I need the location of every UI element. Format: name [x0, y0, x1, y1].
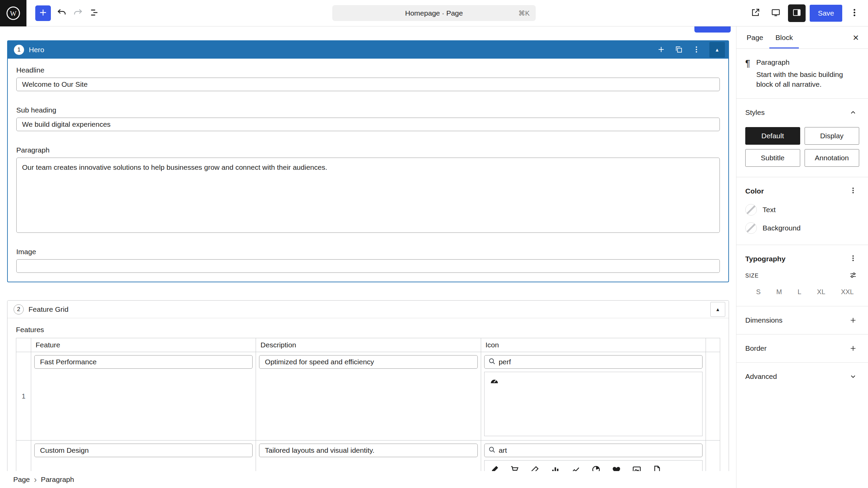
block-options-button[interactable]	[690, 43, 703, 57]
plus-icon	[657, 45, 666, 55]
block-card-title: Paragraph	[756, 58, 853, 66]
background-color-row[interactable]: Background	[745, 219, 859, 237]
feature-grid-collapse-button[interactable]: ▲	[710, 302, 725, 317]
icon-search-box[interactable]	[484, 355, 703, 369]
tab-block[interactable]: Block	[769, 26, 799, 48]
block-card-description: Start with the basic building block of a…	[756, 69, 853, 89]
toolbar-right-group: Save	[747, 4, 868, 22]
description-input[interactable]	[259, 355, 477, 369]
subheading-input[interactable]	[16, 118, 720, 131]
update-button-partial[interactable]	[694, 26, 731, 33]
feature-input[interactable]	[34, 355, 253, 369]
size-option-l[interactable]: L	[797, 288, 801, 296]
view-site-button[interactable]	[747, 5, 764, 21]
feature-grid-body: Features Feature Description Icon 1	[7, 318, 729, 488]
settings-sidebar-toggle[interactable]	[788, 4, 806, 22]
text-color-row[interactable]: Text	[745, 201, 859, 219]
paragraph-textarea[interactable]	[16, 158, 720, 233]
style-option-annotation[interactable]: Annotation	[805, 149, 860, 167]
icon-search-input[interactable]	[499, 358, 699, 366]
icon-results-panel	[484, 372, 703, 436]
size-settings-button[interactable]	[846, 269, 860, 283]
preview-button[interactable]	[768, 5, 784, 21]
duplicate-block-button[interactable]	[672, 43, 686, 57]
breadcrumb-item-paragraph[interactable]: Paragraph	[41, 475, 74, 484]
border-label: Border	[745, 344, 767, 352]
style-option-subtitle[interactable]: Subtitle	[745, 149, 800, 167]
close-sidebar-button[interactable]: ×	[848, 30, 863, 45]
icon-search-input[interactable]	[499, 446, 699, 454]
typography-options-button[interactable]	[846, 252, 860, 266]
row-number[interactable]: 1	[16, 352, 31, 441]
tab-page[interactable]: Page	[741, 26, 769, 48]
table-row: 1	[16, 352, 720, 441]
plus-icon	[846, 342, 860, 355]
styles-label: Styles	[745, 108, 765, 117]
undo-button[interactable]	[54, 5, 70, 21]
redo-icon	[73, 7, 83, 19]
dimensions-panel-toggle[interactable]: Dimensions	[736, 306, 868, 334]
document-title: Homepage · Page	[405, 9, 463, 17]
icon-search-box[interactable]	[484, 444, 703, 457]
corner-cell	[706, 338, 720, 352]
typography-label: Typography	[745, 255, 786, 263]
description-cell	[256, 352, 481, 441]
breadcrumb-item-page[interactable]: Page	[13, 475, 30, 484]
chevron-down-icon	[846, 370, 860, 383]
features-label: Features	[16, 326, 720, 334]
kebab-menu-icon	[849, 254, 857, 263]
features-table: Feature Description Icon 1	[16, 338, 720, 488]
chevron-up-icon: ▲	[715, 307, 720, 312]
document-title-bar[interactable]: Homepage · Page ⌘K	[332, 5, 536, 21]
color-options-button[interactable]	[846, 184, 860, 198]
size-option-s[interactable]: S	[756, 288, 761, 296]
sidebar-toggle-icon	[792, 7, 802, 19]
options-menu-button[interactable]	[846, 5, 863, 21]
row-end-cell	[706, 352, 720, 441]
hero-collapse-button[interactable]: ▲	[709, 42, 725, 58]
styles-options: Default Display Subtitle Annotation	[736, 126, 868, 177]
editor-canvas: 1 Hero	[0, 26, 736, 488]
image-input[interactable]	[16, 259, 720, 273]
headline-input[interactable]	[16, 78, 720, 91]
icon-cell	[481, 352, 706, 441]
save-button[interactable]: Save	[810, 5, 842, 22]
dimensions-section: Dimensions	[736, 306, 868, 334]
styles-section-header[interactable]: Styles	[736, 99, 868, 126]
top-toolbar: W Homepage · Page ⌘K	[0, 0, 868, 26]
paragraph-icon: ¶	[745, 59, 750, 89]
block-card: ¶ Paragraph Start with the basic buildin…	[736, 49, 868, 98]
feature-grid-header-actions: ▲	[708, 302, 725, 317]
block-inserter-button[interactable]	[35, 5, 51, 21]
paragraph-label: Paragraph	[16, 146, 720, 154]
list-view-button[interactable]	[86, 5, 102, 21]
advanced-panel-toggle[interactable]: Advanced	[736, 363, 868, 390]
advanced-section: Advanced	[736, 362, 868, 390]
feature-grid-header[interactable]: 2 Feature Grid ▲	[7, 301, 729, 318]
size-option-xl[interactable]: XL	[817, 288, 825, 296]
breadcrumb: Page › Paragraph	[0, 471, 736, 488]
border-panel-toggle[interactable]: Border	[736, 334, 868, 362]
monitor-icon	[771, 7, 781, 19]
hero-block-header[interactable]: 1 Hero	[8, 41, 728, 59]
style-option-display[interactable]: Display	[805, 127, 860, 145]
image-label: Image	[16, 248, 720, 256]
svg-text:W: W	[10, 9, 17, 17]
size-option-m[interactable]: M	[776, 288, 782, 296]
wordpress-logo[interactable]: W	[0, 0, 26, 26]
redo-button[interactable]	[70, 5, 86, 21]
chevron-right-icon: ›	[34, 475, 37, 484]
feature-input[interactable]	[34, 444, 253, 457]
add-block-button[interactable]	[654, 43, 668, 57]
styles-section: Styles Default Display Subtitle Annotati…	[736, 98, 868, 177]
style-option-default[interactable]: Default	[745, 127, 800, 145]
performance-icon[interactable]	[489, 375, 500, 387]
description-input[interactable]	[259, 444, 477, 457]
size-option-xxl[interactable]: XXL	[841, 288, 854, 296]
feature-grid-block[interactable]: 2 Feature Grid ▲ Features Feature	[7, 300, 729, 488]
hero-block-body: Headline Sub heading Paragraph Image	[8, 59, 728, 282]
typography-section-header: Typography	[736, 245, 868, 269]
block-number-badge: 1	[14, 45, 24, 55]
hero-block[interactable]: 1 Hero	[7, 40, 729, 282]
hero-block-title: Hero	[29, 46, 44, 54]
